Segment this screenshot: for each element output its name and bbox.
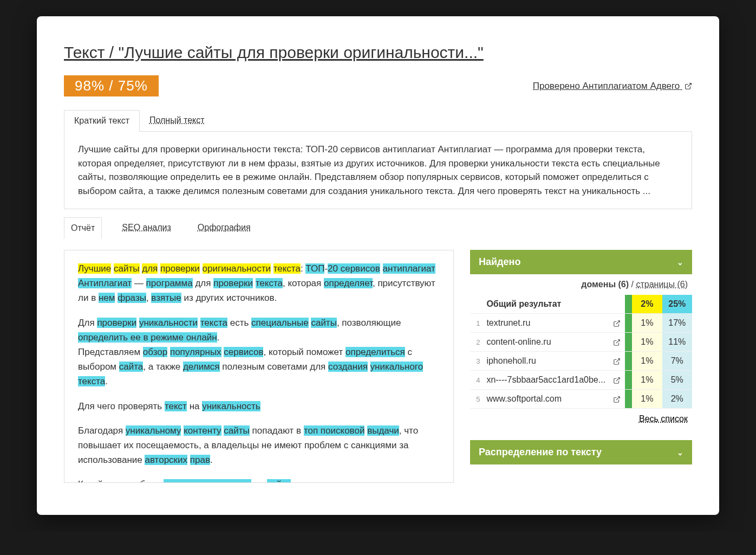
row-pct2: 2% [662, 390, 692, 409]
row-domain[interactable]: xn----7sbbaar5acc1ard1a0be... [483, 371, 609, 390]
row-index: 2 [470, 333, 483, 352]
row-domain[interactable]: www.softportal.com [483, 390, 609, 409]
row-pct1: 1% [632, 371, 662, 390]
row-pct1: 1% [632, 352, 662, 371]
row-index: 1 [470, 314, 483, 333]
hl-paragraph-1: Лучшие сайты для проверки оригинальности… [78, 261, 440, 306]
domains-label[interactable]: домены (6) [581, 280, 629, 289]
row-index: 3 [470, 352, 483, 371]
distribution-header-label: Распределение по тексту [479, 447, 602, 458]
tab-report[interactable]: Отчёт [64, 217, 102, 239]
text-tabs: Краткий текст Полный текст [64, 110, 692, 132]
svg-line-4 [616, 378, 620, 381]
row-pct2: 7% [662, 352, 692, 371]
table-row[interactable]: 4xn----7sbbaar5acc1ard1a0be...1%5% [470, 371, 692, 390]
svg-line-1 [616, 321, 620, 324]
external-link-icon [685, 81, 692, 91]
table-row[interactable]: 3iphoneholl.ru1%7% [470, 352, 692, 371]
row-pct2: 17% [662, 314, 692, 333]
table-row[interactable]: 2content-online.ru1%11% [470, 333, 692, 352]
row-domain[interactable]: content-online.ru [483, 333, 609, 352]
domains-pages-row: домены (6) / страницы (6) [470, 274, 692, 295]
svg-line-0 [688, 83, 691, 87]
external-link-icon[interactable] [609, 352, 625, 371]
hl-paragraph-2: Для проверки уникальности текста есть сп… [78, 315, 440, 389]
tab-full-text[interactable]: Полный текст [140, 110, 214, 131]
total-pct1: 2% [632, 295, 662, 314]
found-header[interactable]: Найдено ⌄ [470, 250, 692, 274]
short-text-content: Лучшие сайты для проверки оригинальности… [64, 132, 692, 209]
report-tabs: Отчёт SEO анализ Орфография [64, 217, 692, 239]
total-row: Общий результат 2% 25% [470, 295, 692, 314]
score-badge: 98% / 75% [64, 75, 159, 96]
right-panel: Найдено ⌄ домены (6) / страницы (6) Общи… [470, 250, 692, 483]
found-header-label: Найдено [479, 256, 520, 268]
tab-short-text[interactable]: Краткий текст [64, 110, 140, 132]
results-table: Общий результат 2% 25% 1textrunet.ru1%17… [470, 295, 692, 409]
tab-seo[interactable]: SEO анализ [115, 217, 177, 239]
checked-by-label: Проверено Антиплагиатом Адвего [533, 81, 680, 91]
chevron-down-icon: ⌄ [677, 448, 683, 457]
external-link-icon[interactable] [609, 333, 625, 352]
checked-by-link[interactable]: Проверено Антиплагиатом Адвего [533, 81, 692, 92]
total-label: Общий результат [483, 295, 609, 314]
page-container: Текст / "Лучшие сайты для проверки ориги… [37, 16, 719, 515]
highlighted-text-panel[interactable]: Лучшие сайты для проверки оригинальности… [64, 250, 454, 483]
all-list-link[interactable]: Весь список [470, 409, 692, 429]
svg-line-2 [616, 340, 620, 343]
external-link-icon[interactable] [609, 314, 625, 333]
svg-line-3 [616, 359, 620, 362]
pages-link[interactable]: страницы (6) [636, 280, 688, 289]
header-row: 98% / 75% Проверено Антиплагиатом Адвего [64, 75, 692, 96]
chevron-down-icon: ⌄ [677, 258, 683, 267]
tab-spell[interactable]: Орфография [191, 217, 257, 239]
external-link-icon[interactable] [609, 390, 625, 409]
row-domain[interactable]: iphoneholl.ru [483, 352, 609, 371]
table-row[interactable]: 5www.softportal.com1%2% [470, 390, 692, 409]
row-pct1: 1% [632, 314, 662, 333]
report-body: Лучшие сайты для проверки оригинальности… [64, 250, 692, 483]
hl-paragraph-5: Какой должна быть уникальность текста на… [78, 477, 440, 483]
total-pct2: 25% [662, 295, 692, 314]
row-pct1: 1% [632, 333, 662, 352]
row-pct1: 1% [632, 390, 662, 409]
table-row[interactable]: 1textrunet.ru1%17% [470, 314, 692, 333]
svg-line-5 [616, 397, 620, 400]
external-link-icon[interactable] [609, 371, 625, 390]
hl-paragraph-3: Для чего проверять текст на уникальность [78, 399, 440, 414]
row-index: 5 [470, 390, 483, 409]
row-index: 4 [470, 371, 483, 390]
row-pct2: 11% [662, 333, 692, 352]
hl-paragraph-4: Благодаря уникальному контенту сайты поп… [78, 423, 440, 468]
row-pct2: 5% [662, 371, 692, 390]
page-title[interactable]: Текст / "Лучшие сайты для проверки ориги… [64, 43, 692, 62]
distribution-header[interactable]: Распределение по тексту ⌄ [470, 440, 692, 464]
row-domain[interactable]: textrunet.ru [483, 314, 609, 333]
